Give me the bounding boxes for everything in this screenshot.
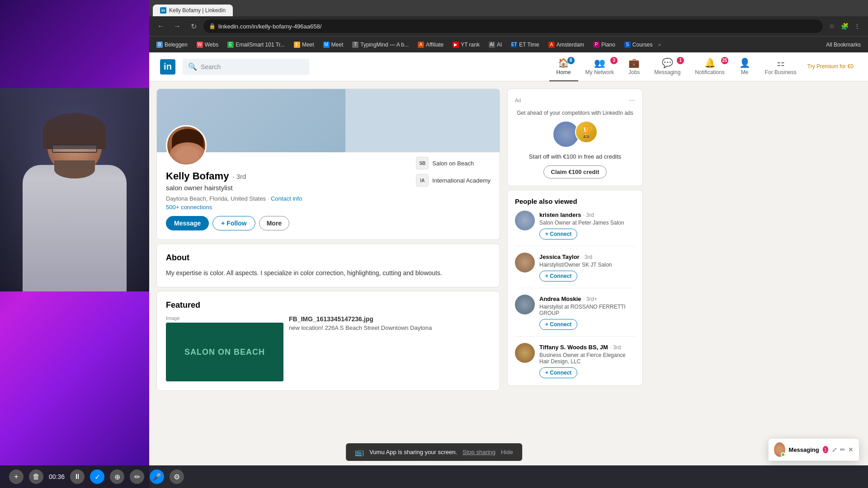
bookmark-ettime[interactable]: ET ET Time	[507, 40, 542, 49]
cursor-tool-button[interactable]: ⊕	[110, 469, 124, 484]
pav-degree-jessica: · 3rd	[581, 254, 592, 260]
message-button[interactable]: Message	[166, 216, 209, 230]
screen-share-toast: 📺 Vumu App is sharing your screen. Stop …	[346, 443, 522, 461]
company-academy[interactable]: IA International Academy	[416, 174, 491, 187]
address-bar[interactable]: 🔒 linkedin.com/in/kelly-bofamy-496aa658/	[203, 19, 823, 33]
mic-button[interactable]: 🎤	[150, 469, 164, 484]
contact-info-link[interactable]: Contact info	[271, 195, 302, 202]
nav-notifications[interactable]: 🔔 Notifications 25	[688, 52, 731, 81]
pav-item-kristen: kristen landers · 3rd Salon Owner at Pet…	[515, 211, 635, 246]
featured-title: Featured	[166, 300, 491, 310]
bookmark-webs[interactable]: W Webs	[193, 40, 222, 49]
forward-button[interactable]: →	[171, 20, 184, 33]
nav-me[interactable]: 👤 Me	[732, 52, 758, 81]
pav-role-tiffany: Business Owner at Fierce Elegance Hair D…	[539, 352, 635, 365]
bookmark-meet[interactable]: M Meet	[320, 40, 347, 49]
bookmark-favicon-piano: P	[593, 42, 599, 48]
bookmark-favicon-ettime: ET	[511, 42, 517, 48]
bookmark-typingmind[interactable]: T TypingMind — A b...	[349, 40, 412, 49]
messaging-compose-button[interactable]: ✏	[840, 446, 845, 453]
bookmark-amsterdam[interactable]: A Amsterdam	[545, 40, 588, 49]
premium-button[interactable]: Try Premium for €0	[804, 61, 857, 72]
bookmark-emailsmart[interactable]: E EmailSmart 101 Tr...	[224, 40, 288, 49]
pav-name-andrea: Andrea Moskie	[539, 296, 581, 302]
company-name-academy: International Academy	[432, 177, 491, 184]
nav-network[interactable]: 👥 My Network 3	[578, 52, 621, 81]
pav-role-kristen: Salon Owner at Peter James Salon	[539, 220, 635, 226]
toast-text: Vumu App is sharing your screen.	[369, 449, 457, 455]
pav-connect-tiffany[interactable]: + Connect	[539, 367, 577, 378]
webcam-overlay	[0, 88, 149, 291]
add-button[interactable]: +	[9, 469, 24, 484]
delete-button[interactable]: 🗑	[29, 469, 43, 484]
more-button[interactable]: More	[259, 216, 289, 230]
messaging-expand-button[interactable]: ⤢	[832, 446, 837, 453]
nav-jobs[interactable]: 💼 Jobs	[621, 52, 647, 81]
bookmark-affiliate[interactable]: A Affiliate	[414, 40, 447, 49]
search-bar[interactable]: 🔍 Search	[183, 59, 309, 75]
bookmark-ai[interactable]: AI AI	[485, 40, 505, 49]
tab-label: Kelly Bofamy | LinkedIn	[169, 7, 226, 14]
pav-connect-jessica[interactable]: + Connect	[539, 271, 577, 282]
messaging-badge: 1	[677, 57, 684, 64]
pause-button[interactable]: ⏸	[70, 469, 85, 484]
bookmark-crypto[interactable]: ₿ Meet	[290, 40, 318, 49]
refresh-button[interactable]: ↻	[187, 20, 200, 33]
follow-label: Follow	[226, 220, 246, 227]
bookmark-label-amsterdam: Amsterdam	[557, 42, 584, 48]
pen-tool-button[interactable]: ✏	[130, 469, 144, 484]
pav-connect-kristen[interactable]: + Connect	[539, 229, 577, 239]
featured-image[interactable]: SALON ON BEACH	[166, 323, 283, 381]
bookmark-piano[interactable]: P Piano	[590, 40, 619, 49]
profile-companies: SB Salon on Beach IA International Acade…	[416, 157, 491, 187]
follow-icon: +	[221, 220, 225, 227]
nav-jobs-label: Jobs	[628, 69, 640, 75]
ad-cta-button[interactable]: Claim €100 credit	[543, 165, 607, 178]
check-button[interactable]: ✓	[90, 469, 104, 484]
follow-button[interactable]: + Follow	[212, 216, 255, 230]
messaging-icon: 💬	[662, 57, 673, 68]
messaging-avatar	[774, 442, 785, 457]
all-bookmarks-label[interactable]: All Bookmarks	[822, 40, 864, 49]
nav-messaging[interactable]: 💬 Messaging 1	[647, 52, 688, 81]
bookmarks-overflow[interactable]: »	[658, 42, 661, 48]
bookmark-ytrank[interactable]: ▶ YT rank	[449, 40, 483, 49]
extensions-button[interactable]: 🧩	[839, 21, 850, 32]
active-tab[interactable]: in Kelly Bofamy | LinkedIn	[153, 5, 233, 16]
notifications-badge: 25	[721, 57, 728, 64]
apps-icon: ⚏	[777, 57, 785, 68]
pav-avatar-tiffany	[515, 343, 535, 363]
url-text: linkedin.com/in/kelly-bofamy-496aa658/	[218, 23, 321, 30]
delete-icon: 🗑	[33, 473, 40, 481]
stop-sharing-link[interactable]: Stop sharing	[462, 449, 495, 455]
bookmark-courses[interactable]: S Courses	[621, 40, 656, 49]
bookmark-beleggen[interactable]: B Beleggen	[153, 40, 191, 49]
nav-apps[interactable]: ⚏ For Business	[758, 52, 804, 81]
home-badge: 8	[567, 57, 575, 64]
bookmark-favicon-emailsmart: E	[227, 42, 234, 48]
webcam-video	[0, 88, 149, 291]
bookmark-label-affiliate: Affiliate	[426, 42, 443, 48]
browser-action-buttons: ☆ 🧩 ⋮	[826, 21, 863, 32]
ad-options-button[interactable]: ···	[629, 96, 635, 104]
bookmark-label-emailsmart: EmailSmart 101 Tr...	[236, 42, 285, 48]
back-button[interactable]: ←	[155, 20, 167, 33]
premium-label: Try Premium for €0	[807, 63, 854, 70]
company-salon[interactable]: SB Salon on Beach	[416, 157, 491, 169]
tab-favicon: in	[160, 7, 166, 14]
browser-menu-button[interactable]: ⋮	[852, 21, 863, 32]
settings-button[interactable]: ⚙	[170, 469, 184, 484]
bookmark-star-button[interactable]: ☆	[826, 21, 837, 32]
pav-connect-andrea[interactable]: + Connect	[539, 319, 577, 330]
browser-controls: ← → ↻ 🔒 linkedin.com/in/kelly-bofamy-496…	[149, 16, 868, 36]
nav-home[interactable]: 🏠 Home 8	[549, 52, 578, 81]
bookmark-label-typingmind: TypingMind — A b...	[360, 42, 409, 48]
lock-icon: 🔒	[209, 23, 216, 29]
messaging-close-button[interactable]: ✕	[848, 446, 854, 453]
bookmark-favicon-crypto: ₿	[294, 42, 300, 48]
featured-card: Featured Image SALON ON BEACH FB_IMG_161…	[156, 291, 500, 391]
linkedin-logo[interactable]: in	[160, 59, 175, 75]
bookmark-label-meet: Meet	[331, 42, 344, 48]
hide-toast-link[interactable]: Hide	[501, 449, 513, 455]
nav-messaging-label: Messaging	[654, 69, 680, 75]
